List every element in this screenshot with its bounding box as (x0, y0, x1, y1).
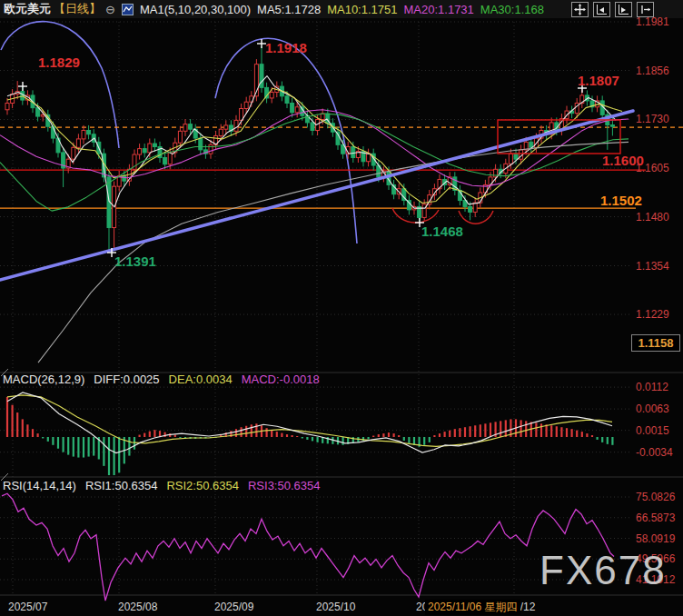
chart-canvas[interactable] (0, 0, 683, 616)
ma-settings-label: MA1(5,10,20,30,100) (140, 3, 251, 16)
macd-legend: MACD(26,12,9) DIFF:0.0025 DEA:0.0034 MAC… (3, 373, 320, 386)
macd-diff-value: DIFF:0.0025 (94, 373, 159, 386)
shift-left-icon[interactable] (593, 2, 610, 17)
watermark: FX678 (539, 548, 667, 593)
rsi-title: RSI(14,14,14) (3, 479, 76, 492)
rsi3-value: RSI3:50.6354 (248, 479, 321, 492)
ma20-value: MA20:1.1731 (404, 3, 474, 16)
rsi2-value: RSI2:50.6354 (166, 479, 239, 492)
pan-move-icon[interactable] (571, 2, 589, 17)
symbol-title: 欧元美元 (4, 1, 51, 17)
crosshair-price-box: 1.1158 (631, 334, 680, 352)
period-tag[interactable]: 【日线】 (54, 1, 101, 17)
trading-chart-app: 欧元美元 【日线】 ⊖ MA1(5,10,20,30,100) MA5:1.17… (0, 0, 683, 616)
ma10-value: MA10:1.1751 (327, 3, 397, 16)
zoom-out-icon[interactable]: ⊖ (105, 3, 115, 16)
overlay-chart-icon[interactable] (122, 4, 134, 15)
macd-dea-value: DEA:0.0034 (169, 373, 233, 386)
ma5-value: MA5:1.1728 (257, 3, 321, 16)
rsi-legend: RSI(14,14,14) RSI1:50.6354 RSI2:50.6354 … (3, 479, 320, 492)
chart-toolbar (571, 2, 654, 17)
shift-right-icon[interactable] (615, 2, 632, 17)
exit-icon[interactable] (637, 2, 654, 17)
macd-title: MACD(26,12,9) (3, 373, 84, 386)
macd-macd-value: MACD:-0.0018 (242, 373, 320, 386)
rsi1-value: RSI1:50.6354 (85, 479, 158, 492)
ma30-value: MA30:1.168 (480, 3, 544, 16)
crosshair-date-tooltip: 2025/11/06 星期四 (425, 600, 520, 615)
